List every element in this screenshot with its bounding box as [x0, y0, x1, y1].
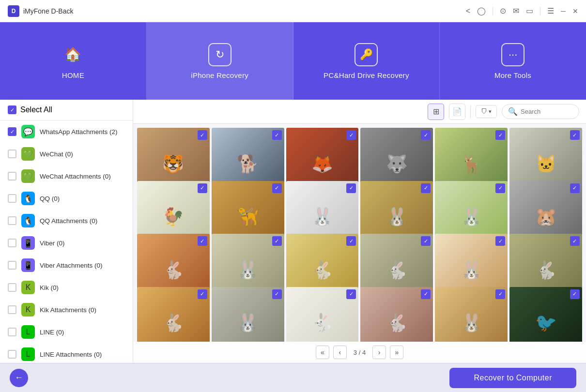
sidebar-item-viber-attachments[interactable]: 📱 Viber Attachments (0) [0, 254, 133, 276]
nav-pc-hard-drive[interactable]: 🔑 PC&Hard Drive Recovery [293, 22, 440, 100]
icon-wechat-attachments: 💚 [21, 169, 35, 183]
checkbox-viber[interactable] [8, 239, 16, 247]
search-box[interactable]: 🔍 [502, 104, 579, 119]
sidebar: ✓ Select All ✓ 💬 WhatsApp Attachments (2… [0, 100, 133, 363]
checkbox-whatsapp-attachments[interactable]: ✓ [8, 127, 16, 136]
sidebar-item-wechat[interactable]: 💚 WeChat (0) [0, 143, 133, 165]
photo-checkbox-5[interactable]: ✓ [495, 130, 505, 140]
select-all-checkbox[interactable]: ✓ [8, 106, 16, 114]
photo-checkbox-2[interactable]: ✓ [272, 130, 282, 140]
filter-button[interactable]: ⛉ ▾ [476, 105, 497, 118]
icon-qq-attachments: 🐧 [21, 214, 35, 227]
checkbox-line[interactable] [8, 328, 16, 336]
label-line: LINE (0) [40, 329, 64, 336]
photo-checkbox-22[interactable]: ✓ [421, 289, 431, 299]
grid-view-button[interactable]: ⊞ [428, 104, 444, 120]
prev-page-button[interactable]: ‹ [333, 346, 347, 359]
sidebar-item-whatsapp-attachments[interactable]: ✓ 💬 WhatsApp Attachments (2) [0, 121, 133, 143]
photo-checkbox-13[interactable]: ✓ [198, 236, 207, 246]
photo-cell-24[interactable]: 🐦 ✓ [509, 287, 582, 342]
share-icon[interactable]: < [466, 7, 470, 15]
checkbox-line-attachments[interactable] [8, 350, 16, 359]
search-input[interactable] [521, 108, 573, 115]
animal-emoji-11: 🐰 [461, 207, 482, 227]
checkbox-wechat[interactable] [8, 150, 16, 158]
location-icon[interactable]: ⊙ [500, 6, 506, 15]
photo-checkbox-6[interactable]: ✓ [570, 130, 580, 140]
recover-button[interactable]: Recover to Computer [449, 368, 576, 388]
photo-checkbox-9[interactable]: ✓ [346, 183, 356, 193]
sidebar-item-line[interactable]: L LINE (0) [0, 321, 133, 343]
photo-checkbox-8[interactable]: ✓ [272, 183, 282, 193]
photo-checkbox-20[interactable]: ✓ [272, 289, 282, 299]
bottom-bar: ← Recover to Computer [0, 363, 586, 392]
photo-cell-21[interactable]: 🐇 ✓ [286, 287, 359, 342]
chat-icon[interactable]: ▭ [526, 6, 533, 15]
nav-iphone-recovery[interactable]: ↻ iPhone Recovery [147, 22, 293, 100]
photo-checkbox-11[interactable]: ✓ [495, 183, 505, 193]
user-icon[interactable]: ◯ [477, 6, 486, 15]
next-page-button[interactable]: › [372, 346, 386, 359]
photo-checkbox-16[interactable]: ✓ [421, 236, 431, 246]
photo-checkbox-23[interactable]: ✓ [495, 289, 505, 299]
sidebar-item-qq-attachments[interactable]: 🐧 QQ Attachments (0) [0, 210, 133, 232]
photo-cell-22[interactable]: 🐇 ✓ [360, 287, 433, 342]
animal-emoji-24: 🐦 [535, 313, 557, 333]
nav-more-tools[interactable]: ··· More Tools [440, 22, 586, 100]
photo-checkbox-14[interactable]: ✓ [272, 236, 282, 246]
photo-checkbox-15[interactable]: ✓ [346, 236, 356, 246]
photo-checkbox-10[interactable]: ✓ [421, 183, 431, 193]
sidebar-item-qq[interactable]: 🐧 QQ (0) [0, 187, 133, 210]
checkbox-wechat-attachments[interactable] [8, 172, 16, 181]
photo-checkbox-18[interactable]: ✓ [570, 236, 580, 246]
last-page-button[interactable]: » [390, 346, 403, 359]
back-button[interactable]: ← [10, 369, 28, 387]
sidebar-item-viber[interactable]: 📱 Viber (0) [0, 232, 133, 254]
photo-checkbox-19[interactable]: ✓ [198, 289, 207, 299]
sidebar-item-wechat-attachments[interactable]: 💚 WeChat Attachments (0) [0, 165, 133, 187]
sidebar-item-kik-attachments[interactable]: K Kik Attachments (0) [0, 299, 133, 321]
checkbox-kik[interactable] [8, 283, 16, 292]
titlebar: D iMyFone D-Back < ◯ ⊙ ✉ ▭ ☰ ─ ✕ [0, 0, 586, 22]
nav-pc-label: PC&Hard Drive Recovery [324, 71, 409, 79]
back-icon: ← [15, 373, 23, 383]
toolbar: ⊞ 📄 ⛉ ▾ 🔍 [133, 100, 586, 124]
nav-home[interactable]: 🏠 HOME [0, 22, 147, 100]
icon-viber-attachments: 📱 [21, 258, 35, 272]
photo-checkbox-3[interactable]: ✓ [346, 130, 356, 140]
mail-icon[interactable]: ✉ [513, 6, 519, 15]
animal-emoji-5: 🦌 [461, 154, 482, 174]
animal-emoji-8: 🦮 [237, 207, 259, 227]
photo-checkbox-1[interactable]: ✓ [198, 130, 207, 140]
photo-cell-20[interactable]: 🐰 ✓ [212, 287, 284, 342]
checkbox-viber-attachments[interactable] [8, 261, 16, 270]
photo-checkbox-4[interactable]: ✓ [421, 130, 431, 140]
icon-line-attachments: L [21, 347, 35, 361]
checkbox-qq[interactable] [8, 194, 16, 203]
photo-cell-23[interactable]: 🐰 ✓ [435, 287, 508, 342]
checkbox-qq-attachments[interactable] [8, 216, 16, 225]
animal-emoji-3: 🦊 [311, 154, 333, 174]
photo-checkbox-17[interactable]: ✓ [495, 236, 505, 246]
minimize-button[interactable]: ─ [561, 7, 566, 15]
first-page-button[interactable]: « [316, 346, 329, 359]
select-all-row[interactable]: ✓ Select All [0, 100, 133, 121]
animal-emoji-20: 🐰 [237, 313, 259, 333]
photo-checkbox-24[interactable]: ✓ [570, 289, 580, 299]
photo-checkbox-21[interactable]: ✓ [346, 289, 356, 299]
menu-icon[interactable]: ☰ [547, 6, 554, 15]
animal-emoji-4: 🐺 [386, 154, 408, 174]
icon-kik: K [21, 281, 35, 294]
photo-checkbox-12[interactable]: ✓ [570, 183, 580, 193]
checkbox-kik-attachments[interactable] [8, 305, 16, 314]
animal-emoji-12: 🐹 [535, 207, 557, 227]
search-icon: 🔍 [508, 107, 518, 116]
list-view-button[interactable]: 📄 [449, 104, 465, 120]
sidebar-item-line-attachments[interactable]: L LINE Attachments (0) [0, 343, 133, 363]
photo-cell-19[interactable]: 🐇 ✓ [137, 287, 210, 342]
sidebar-item-kik[interactable]: K Kik (0) [0, 276, 133, 299]
app-logo: D [8, 5, 19, 17]
close-button[interactable]: ✕ [572, 7, 578, 15]
label-viber: Viber (0) [40, 240, 65, 247]
photo-checkbox-7[interactable]: ✓ [198, 183, 207, 193]
